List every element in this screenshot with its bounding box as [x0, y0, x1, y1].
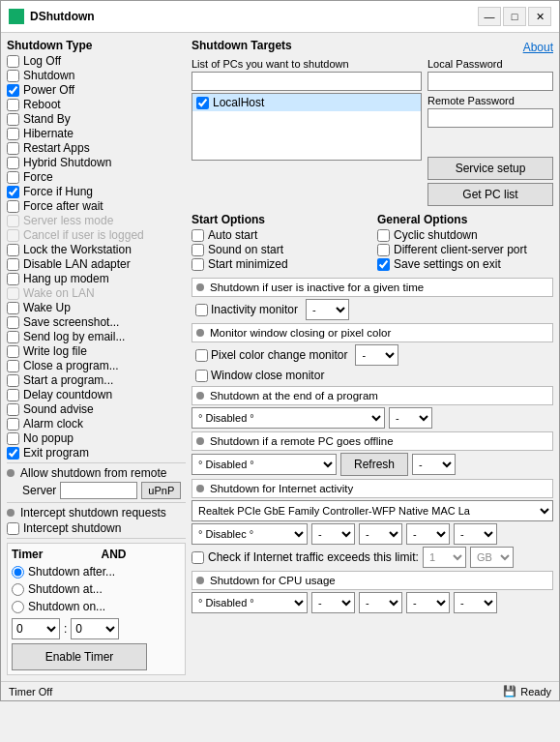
lock_workstation-checkbox[interactable] — [7, 244, 19, 256]
force_after_wait-checkbox[interactable] — [7, 200, 19, 213]
shutdown-item-alarm_clock[interactable]: Alarm clock — [7, 417, 186, 430]
close-button[interactable]: ✕ — [528, 7, 551, 26]
force-checkbox[interactable] — [7, 171, 19, 184]
shutdown-item-save_screenshot[interactable]: Save screenshot... — [7, 315, 186, 329]
shutdown-item-reboot[interactable]: Reboot — [7, 98, 186, 111]
shutdown-item-exit_program[interactable]: Exit program — [7, 446, 186, 460]
sound-on-start-item[interactable]: Sound on start — [192, 243, 368, 256]
no_popup-checkbox[interactable] — [7, 432, 19, 445]
window-close-item[interactable]: Window close monitor — [195, 369, 324, 382]
maximize-button[interactable]: □ — [503, 7, 526, 26]
pixel-dropdown[interactable]: - — [355, 344, 398, 366]
shutdown-at-radio[interactable] — [12, 583, 24, 596]
hibernate-checkbox[interactable] — [7, 128, 19, 140]
service-setup-button[interactable]: Service setup — [427, 157, 553, 180]
force_if_hung-checkbox[interactable] — [7, 186, 19, 198]
shutdown-item-start_program[interactable]: Start a program... — [7, 373, 186, 387]
shutdown-item-restart_apps[interactable]: Restart Apps — [7, 141, 186, 155]
disable_lan-checkbox[interactable] — [7, 258, 19, 271]
sound-on-start-checkbox[interactable] — [192, 244, 204, 256]
alarm_clock-checkbox[interactable] — [7, 418, 19, 430]
internet-d2[interactable]: - — [359, 523, 402, 545]
pixel-color-checkbox[interactable] — [195, 349, 208, 362]
hang_up_modem-checkbox[interactable] — [7, 273, 19, 285]
shutdown-item-force_if_hung[interactable]: Force if Hung — [7, 185, 186, 198]
auto-start-item[interactable]: Auto start — [192, 228, 368, 242]
shutdown-item-stand_by[interactable]: Stand By — [7, 112, 186, 126]
shutdown-item-delay_countdown[interactable]: Delay countdown — [7, 388, 186, 401]
remote-offline-secondary-dropdown[interactable]: - — [412, 454, 456, 475]
shutdown-on-radio[interactable] — [12, 601, 24, 613]
save-settings-checkbox[interactable] — [377, 258, 390, 271]
cyclic-shutdown-checkbox[interactable] — [377, 229, 390, 242]
different-client-checkbox[interactable] — [377, 244, 390, 256]
gb-dropdown[interactable]: GB — [470, 547, 514, 568]
sound_advise-checkbox[interactable] — [7, 403, 19, 416]
intercept-shutdown-checkbox[interactable] — [7, 522, 19, 535]
shutdown-item-log_off[interactable]: Log Off — [7, 54, 186, 68]
shutdown-item-no_popup[interactable]: No popup — [7, 431, 186, 445]
shutdown-item-force[interactable]: Force — [7, 170, 186, 184]
about-link[interactable]: About — [523, 41, 553, 54]
shutdown-item-hibernate[interactable]: Hibernate — [7, 127, 186, 140]
save-settings-item[interactable]: Save settings on exit — [377, 257, 553, 271]
power_off-checkbox[interactable] — [7, 84, 19, 97]
shutdown-on-radio-item[interactable]: Shutdown on... — [12, 600, 181, 613]
shutdown-item-disable_lan[interactable]: Disable LAN adapter — [7, 257, 186, 271]
minute-select[interactable]: 0153045 — [71, 618, 119, 639]
shutdown-item-wake_up[interactable]: Wake Up — [7, 301, 186, 314]
cpu-d1[interactable]: - — [311, 592, 355, 613]
local-password-input[interactable] — [427, 72, 553, 91]
cpu-d2[interactable]: - — [359, 592, 402, 613]
shutdown-item-lock_workstation[interactable]: Lock the Workstation — [7, 243, 186, 256]
inactivity-monitor-item[interactable]: Inactivity monitor — [195, 303, 298, 316]
write_log_file-checkbox[interactable] — [7, 345, 19, 358]
send_log_email-checkbox[interactable] — [7, 331, 19, 343]
cpu-d4[interactable]: - — [454, 592, 497, 613]
shutdown-after-radio[interactable] — [12, 566, 24, 579]
cpu-d3[interactable]: - — [406, 592, 450, 613]
wake_up-checkbox[interactable] — [7, 302, 19, 314]
internet-d4[interactable]: - — [454, 523, 497, 545]
traffic-limit-checkbox[interactable] — [192, 551, 204, 564]
hour-select[interactable]: 0123 — [12, 618, 60, 639]
intercept-checkbox-item[interactable]: Intercept shutdown — [7, 521, 186, 535]
delay_countdown-checkbox[interactable] — [7, 389, 19, 401]
get-pc-list-button[interactable]: Get PC list — [427, 183, 553, 206]
pc-list-box[interactable]: LocalHost — [192, 93, 422, 161]
stand_by-checkbox[interactable] — [7, 113, 19, 126]
shutdown-item-sound_advise[interactable]: Sound advise — [7, 402, 186, 416]
close_program-checkbox[interactable] — [7, 360, 19, 372]
internet-disabled-dropdown[interactable]: ° Disablec ° — [192, 523, 308, 545]
internet-d3[interactable]: - — [406, 523, 450, 545]
pc-input[interactable] — [192, 72, 422, 91]
shutdown-item-force_after_wait[interactable]: Force after wait — [7, 199, 186, 213]
shutdown-after-radio-item[interactable]: Shutdown after... — [12, 565, 181, 579]
shutdown-item-shutdown[interactable]: Shutdown — [7, 69, 186, 82]
shutdown-item-hang_up_modem[interactable]: Hang up modem — [7, 272, 186, 285]
window-close-checkbox[interactable] — [195, 370, 208, 382]
start_program-checkbox[interactable] — [7, 374, 19, 387]
localhost-item[interactable]: LocalHost — [192, 94, 421, 111]
shutdown-item-write_log_file[interactable]: Write log file — [7, 344, 186, 358]
start-minimized-checkbox[interactable] — [192, 258, 204, 271]
localhost-checkbox[interactable] — [196, 97, 209, 109]
refresh-button[interactable]: Refresh — [340, 453, 408, 476]
shutdown-item-close_program[interactable]: Close a program... — [7, 359, 186, 372]
different-client-item[interactable]: Different client-server port — [377, 243, 553, 256]
traffic-value-dropdown[interactable]: 1 — [423, 547, 466, 568]
remote-password-input[interactable] — [427, 108, 553, 128]
inactivity-monitor-checkbox[interactable] — [195, 304, 208, 316]
internet-d1[interactable]: - — [311, 523, 355, 545]
cyclic-shutdown-item[interactable]: Cyclic shutdown — [377, 228, 553, 242]
save_screenshot-checkbox[interactable] — [7, 316, 19, 329]
end-program-dropdown[interactable]: ° Disabled ° — [192, 407, 385, 429]
shutdown-checkbox[interactable] — [7, 70, 19, 82]
server-input[interactable] — [60, 482, 137, 499]
shutdown-item-hybrid_shutdown[interactable]: Hybrid Shutdown — [7, 156, 186, 169]
auto-start-checkbox[interactable] — [192, 229, 204, 242]
shutdown-item-power_off[interactable]: Power Off — [7, 83, 186, 97]
start-minimized-item[interactable]: Start minimized — [192, 257, 368, 271]
shutdown-at-radio-item[interactable]: Shutdown at... — [12, 582, 181, 596]
shutdown-item-send_log_email[interactable]: Send log by email... — [7, 330, 186, 343]
